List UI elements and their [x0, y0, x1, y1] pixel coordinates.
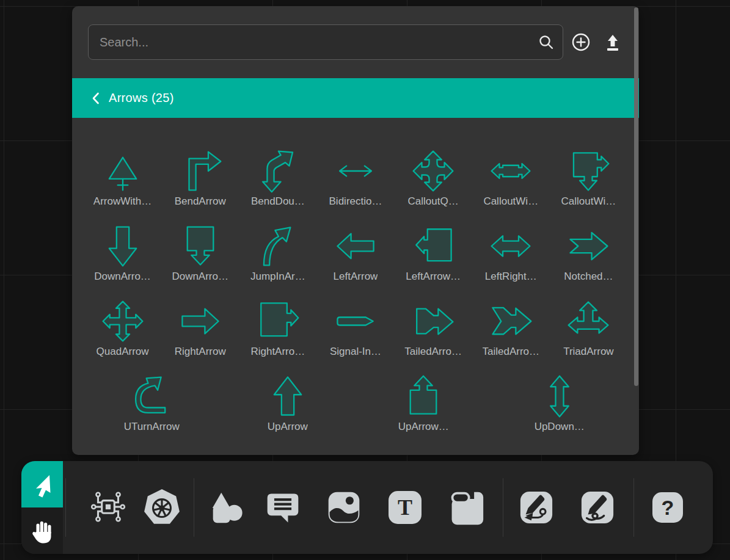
shape-item-bend-double-arrow[interactable]: BendDou…: [239, 148, 316, 208]
shape-item-uturn-arrow[interactable]: UTurnArrow: [84, 374, 220, 433]
shape-label: ArrowWith…: [93, 195, 151, 208]
search-input[interactable]: [88, 24, 563, 60]
panel-scrollbar[interactable]: [634, 7, 638, 386]
shape-label: UpDown…: [535, 421, 585, 433]
shape-item-jump-in-arrow[interactable]: JumpInAr…: [239, 224, 316, 283]
shape-label: Bidirectio…: [329, 195, 382, 208]
shape-label: Notched…: [564, 271, 613, 283]
shape-item-left-right-arrow[interactable]: LeftRight…: [472, 224, 550, 283]
toolbar-divider: [194, 478, 194, 537]
shape-label: CalloutWi…: [561, 195, 616, 208]
toolbar-divider: [633, 478, 634, 537]
left-right-arrow-icon: [488, 224, 533, 269]
cursor-icon: [29, 471, 56, 498]
shape-label: DownArro…: [172, 271, 228, 283]
uturn-arrow-icon: [129, 374, 174, 419]
kubernetes-tool-button[interactable]: [142, 487, 182, 528]
shape-library-panel: Arrows (25) ArrowWith… BendArrow: [72, 6, 639, 455]
shape-item-arrow-with-base[interactable]: ArrowWith…: [84, 148, 161, 208]
shape-item-down-arrow[interactable]: DownArro…: [84, 224, 161, 283]
shape-row-2: DownArro… DownArro… JumpInAr… LeftArrow: [84, 224, 627, 283]
hand-tool-button[interactable]: [21, 507, 63, 554]
pen-connector-tool-button[interactable]: [519, 490, 554, 525]
comment-icon: [265, 489, 301, 526]
shape-label: UpArrow…: [398, 421, 449, 433]
callout-horizontal-arrows-icon: [488, 148, 533, 194]
toolbar-divider: [503, 478, 503, 537]
shape-item-bidirectional-arrow[interactable]: Bidirectio…: [316, 148, 394, 208]
tailed-arrow-chevron-icon: [488, 299, 533, 344]
shape-label: CalloutQ…: [408, 195, 459, 208]
shape-label: TriadArrow: [563, 346, 614, 358]
right-arrow-callout-icon: [255, 299, 301, 344]
shape-item-callout-quad-arrow[interactable]: CalloutQ…: [395, 148, 472, 208]
arrow-with-base-icon: [100, 148, 145, 194]
shape-label: CalloutWi…: [483, 195, 538, 208]
shape-item-up-arrow[interactable]: UpArrow: [220, 374, 356, 433]
left-arrow-icon: [333, 224, 378, 269]
shape-item-triad-arrow[interactable]: TriadArrow: [550, 299, 627, 358]
upload-icon: [602, 32, 623, 53]
circuit-tool-button[interactable]: [88, 487, 128, 528]
bottom-toolbar: T ?: [21, 461, 713, 554]
left-arrow-callout-icon: [411, 224, 456, 269]
shape-label: DownArro…: [94, 271, 151, 283]
shape-row-1: ArrowWith… BendArrow BendDou… Bidirectio…: [84, 148, 627, 208]
category-title: Arrows (25): [109, 91, 174, 105]
down-arrow-callout-icon: [178, 224, 223, 269]
comment-tool-button[interactable]: [265, 489, 301, 526]
search-icon: [538, 34, 555, 51]
triad-arrow-icon: [566, 299, 611, 344]
shape-label: RightArrow: [175, 346, 226, 358]
shape-item-signal-in[interactable]: Signal-In…: [316, 299, 394, 358]
shape-label: BendArrow: [175, 195, 226, 208]
shape-item-bend-arrow[interactable]: BendArrow: [161, 148, 239, 208]
shape-item-right-arrow[interactable]: RightArrow: [161, 299, 239, 358]
image-tool-button[interactable]: [326, 489, 362, 526]
text-icon: T: [389, 491, 422, 524]
note-tool-button[interactable]: [448, 489, 484, 526]
up-down-arrow-icon: [537, 374, 582, 419]
question-mark-icon: ?: [652, 492, 683, 523]
shape-label: TailedArro…: [404, 346, 462, 358]
shape-item-down-arrow-callout[interactable]: DownArro…: [161, 224, 239, 283]
shape-item-notched-right-arrow[interactable]: Notched…: [550, 224, 627, 283]
select-tool-button[interactable]: [21, 461, 63, 507]
pen-connector-icon: [519, 490, 554, 525]
shape-label: BendDou…: [251, 195, 305, 208]
right-arrow-icon: [178, 299, 223, 344]
shape-item-up-down-arrow[interactable]: UpDown…: [492, 374, 628, 433]
callout-quad-arrow-icon: [411, 148, 456, 194]
callout-right-down-arrows-icon: [566, 148, 611, 194]
hand-icon: [29, 518, 55, 544]
shape-item-tailed-arrow-chevron[interactable]: TailedArro…: [472, 299, 550, 358]
shape-label: Signal-In…: [330, 346, 381, 358]
notched-right-arrow-icon: [566, 224, 611, 269]
shape-item-left-arrow[interactable]: LeftArrow: [316, 224, 394, 283]
shape-label: TailedArro…: [483, 346, 540, 358]
up-arrow-callout-icon: [401, 374, 446, 419]
pen-freehand-tool-button[interactable]: [580, 490, 615, 525]
text-tool-button[interactable]: T: [389, 491, 422, 524]
shape-item-callout-horizontal-arrows[interactable]: CalloutWi…: [472, 148, 550, 208]
category-header-arrows[interactable]: Arrows (25): [72, 78, 639, 118]
shape-item-left-arrow-callout[interactable]: LeftArrow…: [395, 224, 472, 283]
add-shape-button[interactable]: [568, 29, 594, 56]
shapes-tool-button[interactable]: [207, 489, 245, 526]
shape-grid: ArrowWith… BendArrow BendDou… Bidirectio…: [72, 118, 639, 455]
upload-button[interactable]: [599, 29, 626, 56]
shape-item-quad-arrow[interactable]: QuadArrow: [84, 299, 161, 358]
shape-item-tailed-arrow-block[interactable]: TailedArro…: [395, 299, 472, 358]
shape-item-up-arrow-callout[interactable]: UpArrow…: [356, 374, 492, 433]
search-field-wrap: [88, 24, 563, 60]
jump-in-arrow-icon: [255, 224, 301, 269]
shape-label: UpArrow: [268, 421, 308, 433]
help-button[interactable]: ?: [652, 492, 683, 523]
toolbar-divider: [65, 478, 66, 537]
shape-item-right-arrow-callout[interactable]: RightArro…: [239, 299, 316, 358]
shape-item-callout-right-down-arrows[interactable]: CalloutWi…: [550, 148, 627, 208]
up-arrow-icon: [265, 374, 310, 419]
bend-arrow-icon: [178, 148, 223, 194]
tailed-arrow-block-icon: [411, 299, 456, 344]
down-arrow-icon: [100, 224, 145, 269]
